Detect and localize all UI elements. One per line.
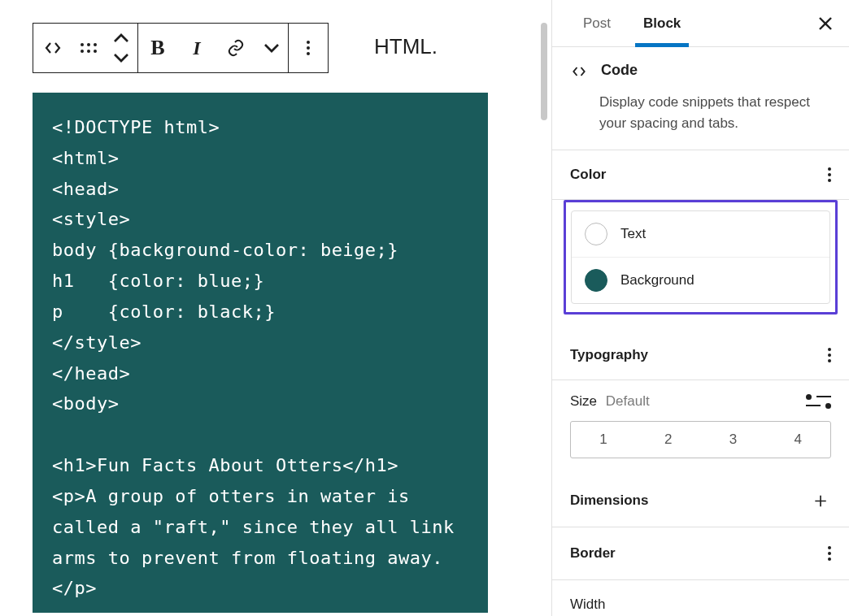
- color-options-list: Text Background: [571, 210, 830, 304]
- options-button[interactable]: [289, 24, 328, 72]
- tab-post[interactable]: Post: [567, 0, 627, 46]
- bold-button[interactable]: B: [138, 24, 177, 72]
- sidebar-tabs: Post Block: [552, 0, 849, 47]
- background-color-swatch: [585, 269, 607, 292]
- font-size-row: Size Default: [570, 380, 831, 421]
- background-color-label: Background: [620, 272, 694, 288]
- font-size-option-3[interactable]: 3: [701, 422, 766, 458]
- typography-panel-body: Size Default 1 2 3 4: [552, 380, 849, 475]
- font-size-option-1[interactable]: 1: [571, 422, 636, 458]
- link-button[interactable]: [216, 24, 255, 72]
- toolbar-group-format: B I: [138, 24, 289, 72]
- trailing-paragraph-text: HTML.: [374, 34, 438, 59]
- font-size-label: Size: [570, 393, 597, 409]
- typography-panel-title: Typography: [570, 347, 648, 363]
- dimensions-add-icon[interactable]: ＋: [810, 495, 831, 505]
- color-panel-title: Color: [570, 167, 606, 183]
- tab-block[interactable]: Block: [627, 0, 697, 46]
- code-block[interactable]: <!DOCTYPE html> <html> <head> <style> bo…: [33, 93, 488, 613]
- scrollbar-track[interactable]: [537, 0, 551, 616]
- more-format-dropdown[interactable]: [255, 24, 288, 72]
- color-panel-body: Text Background: [552, 200, 849, 331]
- border-panel-title: Border: [570, 545, 616, 562]
- background-color-row[interactable]: Background: [572, 257, 829, 303]
- code-block-icon: [570, 62, 588, 84]
- dimensions-panel-title: Dimensions: [570, 492, 648, 509]
- block-info-section: Code Display code snippets that respect …: [552, 47, 849, 150]
- block-title: Code: [601, 62, 638, 79]
- font-size-presets: 1 2 3 4: [570, 421, 831, 458]
- font-size-option-2[interactable]: 2: [636, 422, 701, 458]
- width-label-partial: Width: [552, 580, 849, 613]
- editor-canvas: B I HTML. <!DOCTYPE html> <html> <head> …: [0, 0, 537, 616]
- typography-panel-options-icon[interactable]: [828, 348, 831, 362]
- settings-sidebar: Post Block Code Display code snippets th…: [551, 0, 849, 616]
- block-type-icon[interactable]: [33, 24, 72, 72]
- text-color-swatch: [585, 223, 607, 245]
- move-up-down-icon[interactable]: [105, 24, 137, 72]
- toolbar-group-block: [33, 24, 138, 72]
- block-toolbar: B I: [33, 23, 329, 73]
- font-size-value: Default: [606, 393, 650, 409]
- font-size-option-4[interactable]: 4: [765, 422, 830, 458]
- color-panel-options-icon[interactable]: [828, 167, 831, 182]
- text-color-label: Text: [620, 226, 646, 242]
- typography-panel-header[interactable]: Typography: [552, 331, 849, 380]
- drag-handle-icon[interactable]: [72, 24, 105, 72]
- toolbar-group-options: [289, 24, 328, 72]
- block-description: Display code snippets that respect your …: [599, 92, 831, 135]
- italic-button[interactable]: I: [177, 24, 216, 72]
- close-sidebar-button[interactable]: [802, 15, 849, 33]
- dimensions-panel-header[interactable]: Dimensions ＋: [552, 475, 849, 527]
- color-panel-header[interactable]: Color: [552, 150, 849, 200]
- text-color-row[interactable]: Text: [572, 211, 829, 257]
- border-panel-header[interactable]: Border: [552, 527, 849, 580]
- scrollbar-thumb[interactable]: [541, 23, 547, 120]
- border-panel-options-icon[interactable]: [828, 546, 831, 561]
- custom-size-toggle-icon[interactable]: [806, 394, 831, 409]
- color-panel-highlight: Text Background: [564, 200, 838, 315]
